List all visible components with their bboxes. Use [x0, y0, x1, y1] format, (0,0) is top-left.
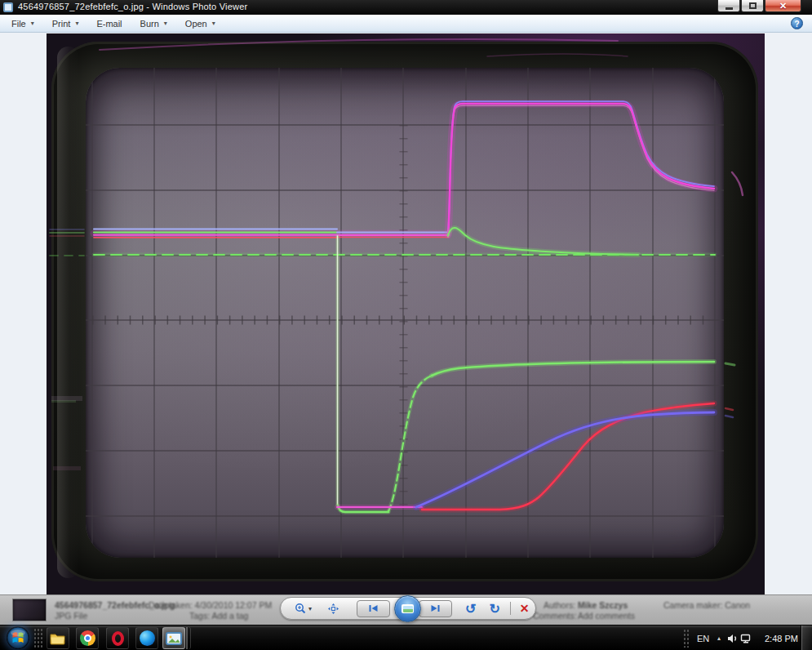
menu-file[interactable]: File▾ — [11, 19, 34, 29]
fit-icon — [328, 603, 339, 614]
show-hidden-icons-button[interactable]: ▴ — [717, 626, 721, 650]
edge-icon — [140, 630, 155, 646]
minimize-icon — [725, 7, 733, 10]
scope-crt-screen — [86, 68, 724, 558]
delete-button[interactable]: ✕ — [520, 602, 530, 615]
show-desktop-button[interactable] — [801, 626, 812, 650]
folder-icon — [49, 631, 67, 646]
info-comments[interactable]: Add comments — [578, 611, 635, 621]
start-button[interactable] — [7, 626, 29, 649]
help-button[interactable]: ? — [791, 17, 803, 29]
scope-traces — [86, 68, 724, 558]
maximize-icon — [749, 2, 757, 9]
toolbar-divider — [510, 602, 511, 615]
chevron-down-icon: ▾ — [212, 20, 215, 27]
rotate-clockwise-button[interactable]: ↻ — [489, 601, 499, 617]
scope-bezel-highlight — [57, 47, 79, 578]
next-icon — [429, 604, 441, 612]
taskbar-stacked-window-indicator — [186, 627, 191, 649]
info-comments-label: Comments: — [533, 611, 577, 621]
oscilloscope-photo — [47, 33, 765, 594]
taskbar-item-microsoft-edge[interactable] — [135, 627, 158, 649]
photo-viewer-icon — [166, 632, 182, 645]
play-slideshow-button[interactable] — [394, 595, 421, 622]
photo-thumbnail — [12, 599, 47, 621]
trace-bundle-left — [94, 229, 449, 238]
taskbar-grip — [33, 628, 43, 648]
window-title: 4564976857_72efebfefc_o.jpg - Windows Ph… — [18, 2, 247, 11]
info-file-type: JPG File — [55, 611, 87, 621]
trace-green-bump — [448, 228, 638, 255]
fit-to-window-button[interactable] — [328, 603, 339, 614]
maximize-button[interactable] — [741, 0, 764, 12]
title-bar: 4564976857_72efebfefc_o.jpg - Windows Ph… — [0, 0, 812, 15]
photo-canvas — [0, 33, 812, 594]
windows-logo-icon — [7, 626, 29, 649]
info-camera-maker: Camera maker: Canon — [663, 600, 750, 610]
windows-photo-viewer-window: 4564976857_72efebfefc_o.jpg - Windows Ph… — [0, 0, 812, 650]
magnifier-icon — [295, 603, 306, 614]
previous-button[interactable] — [357, 600, 390, 617]
chevron-down-icon: ▾ — [308, 605, 312, 612]
menu-email[interactable]: E-mail — [96, 19, 122, 29]
menu-burn[interactable]: Burn▾ — [140, 19, 167, 29]
info-date-taken: Date taken: 4/30/2010 12:07 PM — [149, 600, 272, 610]
next-button[interactable] — [419, 600, 452, 617]
taskbar-item-google-chrome[interactable] — [76, 627, 99, 649]
trace-green-bottom — [338, 362, 714, 512]
language-indicator[interactable]: EN — [697, 626, 709, 650]
menu-bar: File▾ Print▾ E-mail Burn▾ Open▾ ? — [0, 15, 812, 33]
chrome-icon — [80, 630, 95, 646]
previous-icon — [367, 604, 379, 612]
slideshow-icon — [402, 604, 414, 613]
taskbar: EN ▴ 2:48 PM — [0, 625, 812, 650]
chevron-down-icon: ▾ — [75, 20, 78, 27]
menu-print[interactable]: Print▾ — [52, 19, 79, 29]
info-authors: Mike Szczys — [578, 600, 628, 610]
chevron-down-icon: ▾ — [31, 20, 34, 27]
tray-grip — [683, 629, 690, 648]
menu-open[interactable]: Open▾ — [185, 19, 215, 29]
chevron-down-icon: ▾ — [164, 20, 167, 27]
minimize-button[interactable] — [717, 0, 740, 12]
rotate-counterclockwise-button[interactable]: ↺ — [465, 601, 476, 617]
info-authors-label: Authors: — [544, 600, 575, 610]
network-icon[interactable] — [740, 626, 752, 650]
taskbar-item-opera[interactable] — [106, 627, 129, 649]
close-icon: ✕ — [779, 1, 787, 11]
volume-icon[interactable] — [727, 626, 739, 650]
zoom-button[interactable]: ▾ — [295, 603, 312, 614]
trace-magenta-pulse — [448, 101, 714, 237]
app-icon — [3, 2, 13, 12]
viewer-toolbar: ▾ ↺ ↻ ✕ — [280, 597, 536, 620]
taskbar-clock[interactable]: 2:48 PM — [765, 626, 798, 650]
trace-blue — [416, 412, 714, 507]
graticule — [86, 68, 724, 558]
close-button[interactable]: ✕ — [765, 0, 801, 12]
taskbar-item-windows-explorer[interactable] — [47, 627, 69, 649]
info-tags[interactable]: Tags: Add a tag — [189, 611, 248, 621]
opera-icon — [112, 631, 124, 646]
taskbar-item-windows-photo-viewer[interactable] — [162, 627, 185, 649]
window-controls: ✕ — [717, 0, 801, 12]
